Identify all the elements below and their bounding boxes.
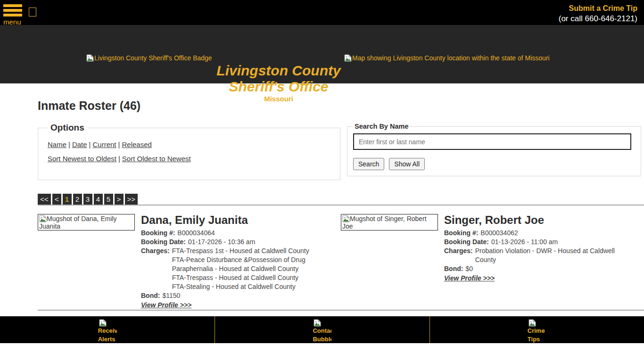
charge-item: FTA-Stealing - Housed at Caldwell County xyxy=(172,282,316,291)
main-content: Inmate Roster (46) Options Name|Date|Cur… xyxy=(0,99,644,311)
bond-value: $1150 xyxy=(162,291,180,300)
footer-cell: Crime Tips xyxy=(429,316,644,343)
menu-button[interactable]: menu xyxy=(3,4,22,26)
unknown-glyph-icon xyxy=(29,8,36,16)
broken-image-icon xyxy=(314,319,321,327)
contact-link[interactable]: Contact Bubble xyxy=(313,316,331,343)
search-button[interactable]: Search xyxy=(353,158,384,170)
separator: | xyxy=(66,140,72,148)
inmate-record: Mugshot of Singer, Robert Joe Singer, Ro… xyxy=(341,214,644,310)
divider xyxy=(38,310,644,311)
charges-list: FTA-Trespass 1st - Housed at Caldwell Co… xyxy=(172,247,316,291)
mugshot-alt-text: Mugshot of Singer, Robert Joe xyxy=(342,215,427,230)
booking-number-label: Booking #: xyxy=(444,229,478,238)
map-alt-text: Map showing Livingston County location w… xyxy=(352,54,550,62)
pagination-last[interactable]: >> xyxy=(125,194,138,205)
site-subtitle: Missouri xyxy=(216,95,340,103)
footer-cell: Receive Alerts xyxy=(0,316,215,343)
inmate-record: Mugshot of Dana, Emily Juanita Dana, Emi… xyxy=(38,214,341,310)
footer-alt-text: Receive Alerts xyxy=(98,327,117,343)
view-profile-link[interactable]: View Profile >>> xyxy=(444,274,495,283)
mugshot-alt-text: Mugshot of Dana, Emily Juanita xyxy=(39,215,117,230)
booking-date-value: 01-17-2026 - 10:36 am xyxy=(188,238,255,247)
charge-item: FTA-Peace Disturbance &Possession of Dru… xyxy=(172,255,316,273)
charge-item: FTA-Trespass - Housed at Caldwell County xyxy=(172,273,316,282)
county-map-image: Map showing Livingston County location w… xyxy=(344,54,550,62)
inmate-name: Singer, Robert Joe xyxy=(444,214,619,226)
page-title: Inmate Roster (46) xyxy=(38,99,644,113)
search-panel: Search By Name Search Show All xyxy=(347,123,641,176)
footer-cell: Contact Bubble xyxy=(215,316,429,343)
pagination-first[interactable]: << xyxy=(38,194,51,205)
pagination-next[interactable]: > xyxy=(115,194,124,205)
site-title: Livingston County Sheriff's Office Misso… xyxy=(216,63,340,103)
broken-image-icon xyxy=(86,54,94,62)
charges-label: Charges: xyxy=(444,247,473,264)
pagination: << < 1 2 3 4 5 > >> xyxy=(38,194,644,205)
charges-label: Charges: xyxy=(141,247,170,291)
pagination-page-4[interactable]: 4 xyxy=(94,194,103,205)
broken-image-icon xyxy=(99,319,107,327)
booking-number-value: B000034064 xyxy=(177,229,215,238)
broken-image-icon xyxy=(344,54,352,62)
broken-image-icon xyxy=(528,319,536,327)
charges-list: Probation Violation - DWR - Housed at Ca… xyxy=(475,247,619,264)
options-panel: Options Name|Date|Current|Released Sort … xyxy=(38,123,340,180)
inmate-name: Dana, Emily Juanita xyxy=(141,214,316,226)
bond-label: Bond: xyxy=(141,291,160,300)
filter-link-name[interactable]: Name xyxy=(48,140,66,148)
search-legend: Search By Name xyxy=(353,123,410,130)
options-legend: Options xyxy=(48,123,87,133)
site-title-line2: Sheriff's Office xyxy=(216,79,340,95)
pagination-page-3[interactable]: 3 xyxy=(83,194,92,205)
broken-image-icon xyxy=(39,215,47,222)
booking-date-label: Booking Date: xyxy=(444,238,489,247)
booking-number-value: B000034062 xyxy=(480,229,518,238)
divider xyxy=(38,205,644,206)
filter-link-date[interactable]: Date xyxy=(72,140,87,148)
separator: | xyxy=(116,155,122,163)
footer-alt-text: Crime Tips xyxy=(528,327,546,343)
bond-value: $0 xyxy=(465,264,473,273)
submit-crime-tip-link[interactable]: Submit a Crime Tip xyxy=(559,3,637,14)
booking-number-label: Booking #: xyxy=(141,229,175,238)
charge-item: FTA-Trespass 1st - Housed at Caldwell Co… xyxy=(172,247,316,255)
footer-alt-text: Contact Bubble xyxy=(313,327,331,343)
separator: | xyxy=(116,140,122,148)
separator: | xyxy=(87,140,93,148)
sheriff-badge-image: Livingston County Sheriff's Office Badge xyxy=(86,54,212,62)
pagination-page-5[interactable]: 5 xyxy=(104,194,113,205)
site-title-line1: Livingston County xyxy=(216,63,340,79)
crime-tips-link[interactable]: Crime Tips xyxy=(528,316,546,343)
site-header: Livingston County Sheriff's Office Badge… xyxy=(0,25,644,83)
receive-alerts-link[interactable]: Receive Alerts xyxy=(98,316,117,343)
pagination-prev[interactable]: < xyxy=(52,194,61,205)
footer: Receive Alerts Contact Bubble Crime Tips xyxy=(0,316,644,343)
filter-link-released[interactable]: Released xyxy=(122,140,151,148)
search-input[interactable] xyxy=(353,133,631,150)
hamburger-icon xyxy=(3,4,22,16)
booking-date-value: 01-13-2026 - 11:00 am xyxy=(491,238,558,247)
badge-alt-text: Livingston County Sheriff's Office Badge xyxy=(94,54,212,62)
pagination-page-1[interactable]: 1 xyxy=(63,194,72,205)
bond-label: Bond: xyxy=(444,264,463,273)
sort-newest-to-oldest-link[interactable]: Sort Newest to Oldest xyxy=(48,155,116,163)
mugshot-image: Mugshot of Singer, Robert Joe xyxy=(341,214,438,230)
sort-oldest-to-newest-link[interactable]: Sort Oldest to Newest xyxy=(122,155,191,163)
filter-link-current[interactable]: Current xyxy=(93,140,116,148)
mugshot-image: Mugshot of Dana, Emily Juanita xyxy=(38,214,135,230)
pagination-page-2[interactable]: 2 xyxy=(73,194,82,205)
show-all-button[interactable]: Show All xyxy=(389,158,425,170)
booking-date-label: Booking Date: xyxy=(141,238,186,247)
view-profile-link[interactable]: View Profile >>> xyxy=(141,301,191,310)
charge-item: Probation Violation - DWR - Housed at Ca… xyxy=(475,247,619,264)
inmate-records: Mugshot of Dana, Emily Juanita Dana, Emi… xyxy=(38,214,644,310)
top-bar: menu Submit a Crime Tip (or call 660-646… xyxy=(0,0,644,25)
broken-image-icon xyxy=(342,215,350,222)
crime-tip-phone: (or call 660-646-2121) xyxy=(559,14,637,24)
